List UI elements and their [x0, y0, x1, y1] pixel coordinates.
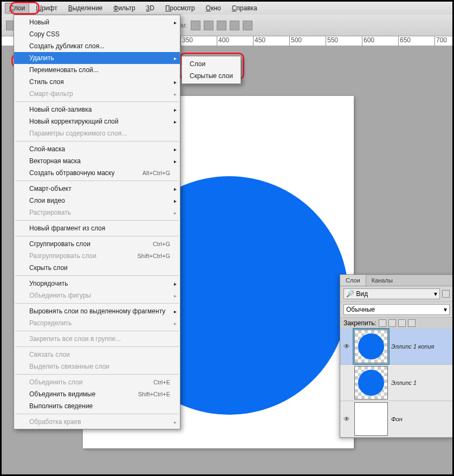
- menu-item[interactable]: Смарт-объект: [14, 183, 180, 195]
- chevron-icon: ▾: [434, 290, 437, 298]
- menu-item[interactable]: Переименовать слой...: [14, 64, 180, 76]
- menu-item: Разгруппировать слоиShift+Ctrl+G: [14, 250, 180, 262]
- menu-item[interactable]: Упорядочить: [14, 278, 180, 290]
- 3d-icon[interactable]: [191, 21, 200, 30]
- menu-item[interactable]: Выполнить сведение: [14, 400, 180, 412]
- menubar-item-справка[interactable]: Справка: [228, 3, 262, 14]
- menu-item[interactable]: Стиль слоя: [14, 76, 180, 88]
- lock-transparent-icon[interactable]: [379, 319, 386, 327]
- menu-item[interactable]: Новый фрагмент из слоя: [14, 222, 180, 234]
- 3d-icon[interactable]: [230, 21, 239, 30]
- menu-item: Объединить слоиCtrl+E: [14, 376, 180, 388]
- layer-name-label[interactable]: Эллипс 1: [391, 379, 451, 386]
- layer-thumbnail[interactable]: [354, 402, 388, 436]
- menu-item[interactable]: Copy CSS: [14, 28, 180, 40]
- menu-item: Объединить фигуры: [14, 290, 180, 301]
- layer-row[interactable]: 👁Фон: [340, 401, 452, 438]
- menubar-item-окно[interactable]: Окно: [202, 3, 225, 14]
- menu-item[interactable]: Векторная маска: [14, 155, 180, 167]
- panel-tabs: СлоиКаналы: [340, 275, 452, 286]
- menu-item: Закрепить все слои в группе...: [14, 333, 180, 345]
- menubar-item-фильтр[interactable]: Фильтр: [109, 3, 139, 14]
- menubar-item-слои[interactable]: Слои: [5, 3, 29, 14]
- menubar: СлоиШрифтВыделениеФильтр3DПросмотрОкноСп…: [2, 2, 452, 15]
- menubar-item-шрифт[interactable]: Шрифт: [31, 3, 61, 14]
- visibility-eye-icon[interactable]: 👁: [342, 415, 351, 423]
- layers-panel[interactable]: СлоиКаналы 🔎 Вид ▾ Обычные ▾ Закрепить: …: [340, 274, 452, 438]
- layer-thumbnail[interactable]: [354, 366, 388, 400]
- layers-menu-dropdown: НовыйCopy CSSСоздать дубликат слоя...Уда…: [14, 15, 180, 429]
- menu-item[interactable]: Выровнять слои по выделенному фрагменту: [14, 305, 180, 317]
- menu-item: Связать слои: [14, 349, 180, 361]
- visibility-eye-icon[interactable]: 👁: [342, 343, 351, 350]
- menubar-item-выделение[interactable]: Выделение: [64, 3, 107, 14]
- menu-item[interactable]: Создать дубликат слоя...: [14, 40, 180, 52]
- menu-item[interactable]: Новый слой-заливка: [14, 104, 180, 115]
- layer-list: 👁Эллипс 1 копияЭллипс 1👁Фон: [340, 329, 452, 438]
- layer-name-label[interactable]: Фон: [391, 416, 451, 422]
- menu-item[interactable]: Слои видео: [14, 195, 180, 207]
- menu-item[interactable]: Сгруппировать слоиCtrl+G: [14, 238, 180, 250]
- layer-thumbnail[interactable]: [354, 330, 388, 363]
- menubar-item-просмотр[interactable]: Просмотр: [161, 3, 199, 14]
- menu-item: Растрировать: [14, 207, 180, 218]
- layer-name-label[interactable]: Эллипс 1 копия: [391, 343, 451, 350]
- delete-submenu: СлоиСкрытые слои: [181, 56, 241, 84]
- menu-item: Параметры содержимого слоя...: [14, 127, 180, 139]
- menubar-item-3d[interactable]: 3D: [142, 3, 159, 14]
- 3d-icon[interactable]: [204, 21, 213, 30]
- layer-row[interactable]: 👁Эллипс 1 копия: [340, 329, 452, 365]
- lock-position-icon[interactable]: [398, 319, 406, 327]
- menu-item: Выделить связанные слои: [14, 361, 180, 372]
- 3d-icon[interactable]: [217, 21, 226, 30]
- lock-row: Закрепить:: [340, 318, 452, 329]
- submenu-item[interactable]: Скрытые слои: [182, 70, 241, 82]
- chevron-icon: ▾: [444, 306, 447, 313]
- menu-item[interactable]: Удалить: [14, 52, 180, 64]
- panel-tab-каналы[interactable]: Каналы: [366, 275, 398, 286]
- submenu-item[interactable]: Слои: [182, 58, 241, 70]
- layer-filter-select[interactable]: 🔎 Вид ▾: [343, 288, 440, 299]
- layer-row[interactable]: Эллипс 1: [340, 365, 452, 401]
- menu-item[interactable]: Создать обтравочную маскуAlt+Ctrl+G: [14, 167, 180, 179]
- filter-toggle-icon[interactable]: [442, 290, 450, 298]
- menu-item: Обработка краев: [14, 416, 180, 428]
- menu-item: Смарт-фильтр: [14, 88, 180, 100]
- panel-tab-слои[interactable]: Слои: [340, 275, 366, 286]
- menu-item[interactable]: Объединить видимыеShift+Ctrl+E: [14, 388, 180, 400]
- menu-item[interactable]: Слой-маска: [14, 143, 180, 155]
- lock-all-icon[interactable]: [408, 319, 416, 327]
- menu-item[interactable]: Новый: [14, 16, 180, 28]
- menu-item: Распределить: [14, 317, 180, 329]
- blend-mode-select[interactable]: Обычные ▾: [343, 304, 450, 315]
- menu-item[interactable]: Скрыть слои: [14, 262, 180, 274]
- 3d-icon[interactable]: [243, 21, 252, 30]
- menu-item[interactable]: Новый корректирующий слой: [14, 115, 180, 127]
- lock-pixels-icon[interactable]: [388, 319, 396, 327]
